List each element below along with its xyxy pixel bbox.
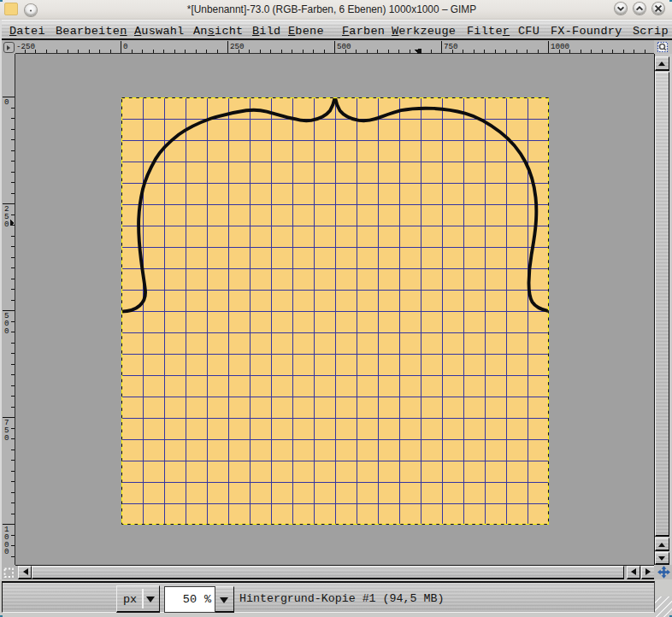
svg-text:1000: 1000 — [551, 42, 569, 51]
svg-text:0: 0 — [4, 220, 9, 229]
svg-text:0: 0 — [4, 433, 9, 443]
svg-text:0: 0 — [123, 42, 128, 51]
svg-text:0: 0 — [4, 326, 9, 336]
svg-text:500: 500 — [337, 42, 351, 51]
svg-text:750: 750 — [444, 42, 458, 51]
svg-text:-250: -250 — [16, 42, 35, 51]
svg-text:250: 250 — [230, 42, 245, 51]
svg-text:0: 0 — [4, 97, 9, 107]
svg-text:0: 0 — [4, 547, 9, 556]
